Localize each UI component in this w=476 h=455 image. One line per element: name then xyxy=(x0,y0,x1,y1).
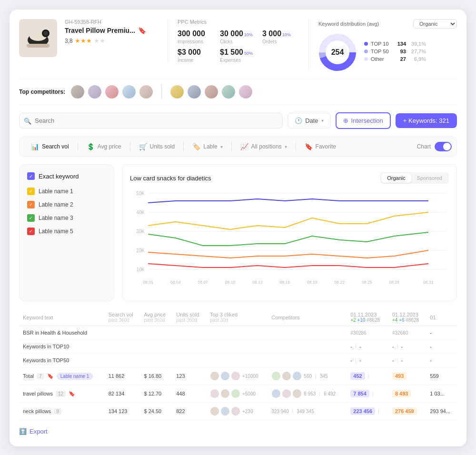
product-rating: 3,8 ★★★★★ xyxy=(65,37,160,44)
top10-dot xyxy=(364,42,368,46)
income-metric: $3 000 Income xyxy=(178,48,216,63)
table-scroll[interactable]: Keyword text Search volpast 360d Avg pri… xyxy=(19,309,457,420)
th-avg-price[interactable]: Avg pricepast 360d xyxy=(140,309,172,326)
ppc-title: PPC Metrics xyxy=(178,19,301,25)
kd-title: Keyword distribution (avg) xyxy=(318,21,379,27)
table-header-row: Keyword text Search volpast 360d Avg pri… xyxy=(19,309,457,326)
top50-label: Keywords in TOP50 xyxy=(19,354,105,367)
th-units-sold[interactable]: Units soldpast 360d xyxy=(172,309,206,326)
tab-units-sold[interactable]: 🛒 Units sold xyxy=(132,140,182,153)
tab-divider-1 xyxy=(78,142,78,151)
lable5-checkbox[interactable]: ✓ xyxy=(27,228,35,235)
row-travel-keyword: travel pillows 12 🔖 xyxy=(19,385,105,403)
competitor-avatar-6[interactable] xyxy=(169,84,185,99)
product-sku: GH-59358-RFH xyxy=(65,19,160,25)
chart-tab-sponsored[interactable]: Sponsored xyxy=(411,173,448,183)
tab-all-positions[interactable]: 📈 All positions ▾ xyxy=(234,140,294,153)
donut-label: 254 xyxy=(331,48,344,57)
orders-metric: 3 000 10% Orders xyxy=(262,30,301,44)
svg-text:08.22: 08.22 xyxy=(335,280,345,285)
th-competitors[interactable]: Competitors xyxy=(268,309,347,326)
svg-rect-3 xyxy=(27,44,50,48)
competitor-avatar-2[interactable] xyxy=(87,84,102,99)
competitor-avatar-4[interactable] xyxy=(121,84,137,99)
bsr-label: BSR in Health & Household xyxy=(19,326,105,340)
tab-avg-price[interactable]: 💲 Avg price xyxy=(80,140,128,153)
top10-date2: - | - xyxy=(388,340,426,354)
export-button[interactable]: ⬆️ Export xyxy=(19,426,48,437)
exact-keyword[interactable]: ✓ Exact keyword xyxy=(27,172,106,180)
competitors-divider xyxy=(161,84,162,99)
stars: ★★★ xyxy=(75,37,92,44)
th-date3[interactable]: 01. xyxy=(426,309,457,326)
competitor-avatar-3[interactable] xyxy=(104,84,119,99)
keyword-distribution: Keyword distribution (avg) Organic Spons… xyxy=(308,19,457,71)
competitor-avatar-7[interactable] xyxy=(187,84,202,99)
top10-date1: - | - xyxy=(347,340,388,354)
competitors-avatars-group1 xyxy=(70,84,154,99)
th-date1[interactable]: 01.11.2023+2 +10 #8628 xyxy=(347,309,388,326)
th-date2[interactable]: 01.12.2023+4 +6 #8628 xyxy=(388,309,426,326)
main-container: GH-59358-RFH Travel Pillow Premiu... 🔖 3… xyxy=(10,10,466,446)
competitor-avatar-5[interactable] xyxy=(139,84,154,99)
data-table-section: Keyword text Search volpast 360d Avg pri… xyxy=(19,309,457,420)
intersection-button[interactable]: ⊕ Intersection xyxy=(336,112,391,129)
tab-lable[interactable]: 🏷️ Lable ▾ xyxy=(186,140,229,153)
row-bookmark-icon[interactable]: 🔖 xyxy=(47,373,54,379)
exact-keyword-checkbox[interactable]: ✓ xyxy=(27,172,35,180)
product-image xyxy=(19,19,57,57)
svg-point-5 xyxy=(43,31,48,36)
search-input-wrap: 🔍 xyxy=(19,113,283,129)
svg-text:08.13: 08.13 xyxy=(252,280,263,285)
keywords-button[interactable]: + Keywords: 321 xyxy=(396,113,457,128)
cart-icon: 🛒 xyxy=(139,143,147,150)
chart-toggle[interactable] xyxy=(435,142,452,151)
chart-tab-organic[interactable]: Organic xyxy=(381,173,411,183)
favorite-icon: 🔖 xyxy=(305,143,313,150)
labels-sidebar: ✓ Exact keyword ✓ Lable name 1 ✓ Lable n… xyxy=(19,164,114,301)
row-tag[interactable]: Lable name 1 xyxy=(57,373,93,380)
svg-text:50K: 50K xyxy=(137,191,145,196)
svg-text:08.10: 08.10 xyxy=(225,280,236,285)
bsr-date2: #32660 xyxy=(388,326,426,340)
lable3-checkbox[interactable]: ✓ xyxy=(27,214,35,222)
competitor-avatar-9[interactable] xyxy=(221,84,236,99)
table-row: Total 7 🔖 Lable name 1 11 862 $ 16.80 12… xyxy=(19,367,457,385)
row-travel-bookmark-icon[interactable]: 🔖 xyxy=(69,391,75,397)
product-bookmark-icon[interactable]: 🔖 xyxy=(138,27,146,34)
toggle-knob xyxy=(443,143,451,150)
organic-select[interactable]: Organic Sponsored xyxy=(413,19,457,29)
th-search-vol[interactable]: Search volpast 360d xyxy=(105,309,140,326)
top10-label: Keywords in TOP10 xyxy=(19,340,105,354)
product-title: Travel Pillow Premiu... 🔖 xyxy=(65,27,160,34)
table-row: travel pillows 12 🔖 82 134 $ 12.70 448 xyxy=(19,385,457,403)
filter-bar: 🔍 🕐 Date ▾ ⊕ Intersection + Keywords: 32… xyxy=(19,112,457,129)
table-row-bsr: BSR in Health & Household #30286 #32660 … xyxy=(19,326,457,340)
top50-dot xyxy=(364,49,368,53)
lable-item-2[interactable]: ✓ Lable name 2 xyxy=(27,201,106,208)
tab-favorite[interactable]: 🔖 Favorite xyxy=(298,140,343,153)
th-top3[interactable]: Top 3 clikedpast 30d xyxy=(206,309,268,326)
bar-chart-icon: 📊 xyxy=(31,143,39,150)
lable2-checkbox[interactable]: ✓ xyxy=(27,201,35,208)
metrics-grid: 300 000 Impressions 30 000 10% Clicks 3 … xyxy=(178,30,301,63)
chart-area: Low card snacks for diadetics Organic Sp… xyxy=(122,164,457,301)
th-keyword: Keyword text xyxy=(19,309,105,326)
competitor-avatar-10[interactable] xyxy=(238,84,253,99)
tab-search-vol[interactable]: 📊 Search vol xyxy=(24,140,76,153)
search-input[interactable] xyxy=(19,113,283,129)
bsr-date1: #30286 xyxy=(347,326,388,340)
date-button[interactable]: 🕐 Date ▾ xyxy=(288,113,330,129)
competitor-avatar-8[interactable] xyxy=(204,84,219,99)
kd-legend: TOP 10 134 39,1% TOP 50 93 27,7% Other 2… xyxy=(364,41,426,64)
tag-icon: 🏷️ xyxy=(192,143,200,150)
competitor-avatar-1[interactable] xyxy=(70,84,85,99)
lable-item-5[interactable]: ✓ Lable name 5 xyxy=(27,228,106,235)
product-header: GH-59358-RFH Travel Pillow Premiu... 🔖 3… xyxy=(19,19,457,71)
lable-item-3[interactable]: ✓ Lable name 3 xyxy=(27,214,106,222)
lable1-checkbox[interactable]: ✓ xyxy=(27,188,35,195)
lable-item-1[interactable]: ✓ Lable name 1 xyxy=(27,188,106,195)
table-row: neck pillows 9 134 123 $ 24.50 822 xyxy=(19,403,457,420)
price-icon: 💲 xyxy=(87,143,95,150)
main-content: ✓ Exact keyword ✓ Lable name 1 ✓ Lable n… xyxy=(19,164,457,301)
